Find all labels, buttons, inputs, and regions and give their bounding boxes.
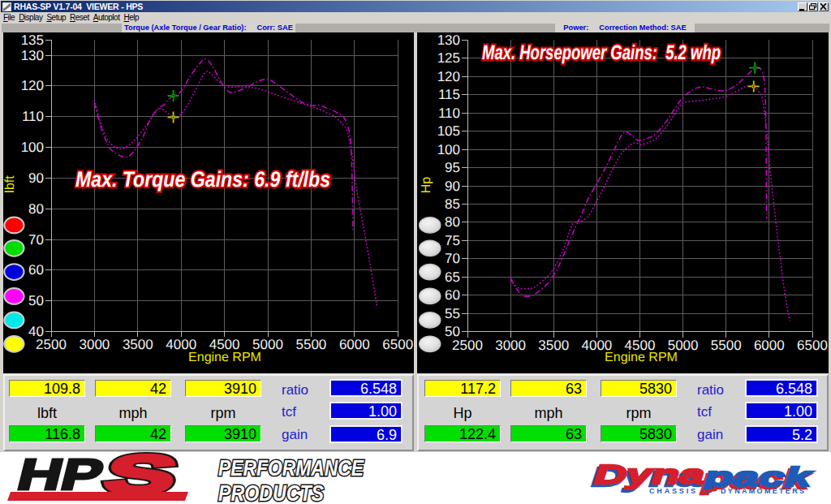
svg-text:55: 55 [445, 306, 460, 321]
svg-text:2500: 2500 [452, 338, 483, 353]
svg-text:6000: 6000 [339, 337, 370, 352]
svg-text:95: 95 [445, 160, 460, 175]
svg-text:60: 60 [28, 262, 44, 278]
svg-text:120: 120 [437, 69, 460, 84]
svg-text:Hp: Hp [420, 177, 433, 194]
svg-text:3000: 3000 [495, 338, 526, 353]
svg-text:80: 80 [28, 201, 44, 217]
svg-text:Max. Horsepower Gains: 5.2 wh: Max. Horsepower Gains: 5.2 whp [482, 41, 721, 64]
svg-text:60: 60 [445, 287, 460, 303]
svg-text:130: 130 [437, 32, 460, 48]
svg-text:Engine RPM: Engine RPM [605, 351, 678, 364]
svg-text:Dyna: Dyna [594, 459, 704, 489]
svg-text:130: 130 [21, 48, 44, 63]
svg-text:5500: 5500 [711, 338, 742, 353]
svg-text:115: 115 [438, 87, 460, 102]
svg-text:2500: 2500 [36, 337, 67, 352]
svg-text:120: 120 [21, 78, 44, 93]
svg-text:65: 65 [445, 269, 460, 285]
svg-text:70: 70 [445, 251, 460, 266]
svg-text:135: 135 [21, 32, 44, 48]
svg-text:90: 90 [445, 179, 460, 194]
svg-text:PERFORMANCE: PERFORMANCE [218, 456, 364, 480]
svg-text:3500: 3500 [538, 338, 569, 353]
svg-text:100: 100 [21, 140, 44, 155]
svg-text:6500: 6500 [797, 338, 828, 353]
svg-text:50: 50 [28, 293, 44, 308]
svg-text:110: 110 [22, 109, 44, 124]
svg-text:Max. Torque Gains: 6.9 ft/lbs: Max. Torque Gains: 6.9 ft/lbs [75, 167, 330, 192]
svg-text:75: 75 [445, 233, 460, 248]
svg-text:Engine RPM: Engine RPM [188, 351, 261, 364]
svg-text:105: 105 [437, 123, 460, 139]
svg-text:PRODUCTS: PRODUCTS [218, 481, 324, 504]
svg-text:3500: 3500 [123, 337, 153, 352]
svg-text:6000: 6000 [754, 338, 785, 353]
svg-text:6500: 6500 [382, 337, 413, 352]
svg-text:70: 70 [28, 232, 44, 248]
svg-text:85: 85 [445, 196, 460, 212]
svg-text:100: 100 [437, 142, 460, 157]
svg-text:110: 110 [438, 106, 460, 121]
svg-text:5500: 5500 [295, 337, 326, 352]
svg-text:lbft: lbft [3, 175, 17, 193]
svg-text:125: 125 [437, 50, 460, 66]
svg-text:90: 90 [28, 170, 44, 186]
svg-text:80: 80 [445, 214, 460, 230]
svg-text:3000: 3000 [79, 337, 110, 352]
